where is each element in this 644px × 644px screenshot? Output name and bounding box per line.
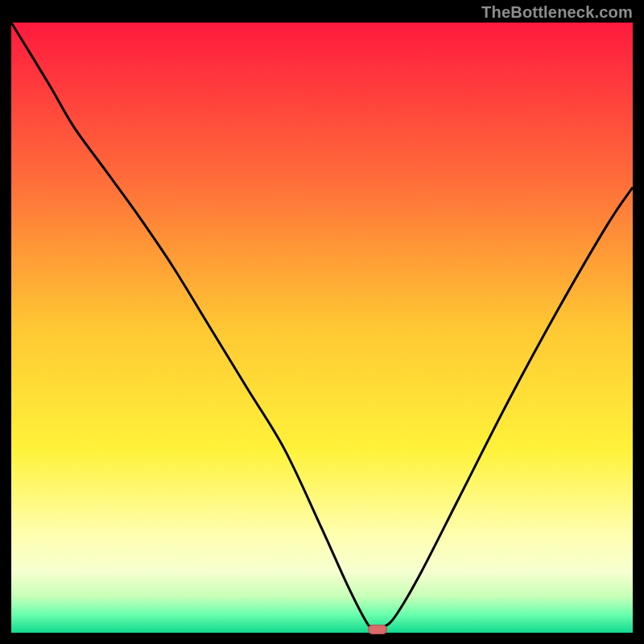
- chart-frame: TheBottleneck.com: [0, 0, 644, 644]
- watermark-text: TheBottleneck.com: [481, 3, 633, 22]
- plot-area: [11, 23, 633, 633]
- optimum-marker: [368, 625, 387, 634]
- bottleneck-curve: [11, 23, 633, 633]
